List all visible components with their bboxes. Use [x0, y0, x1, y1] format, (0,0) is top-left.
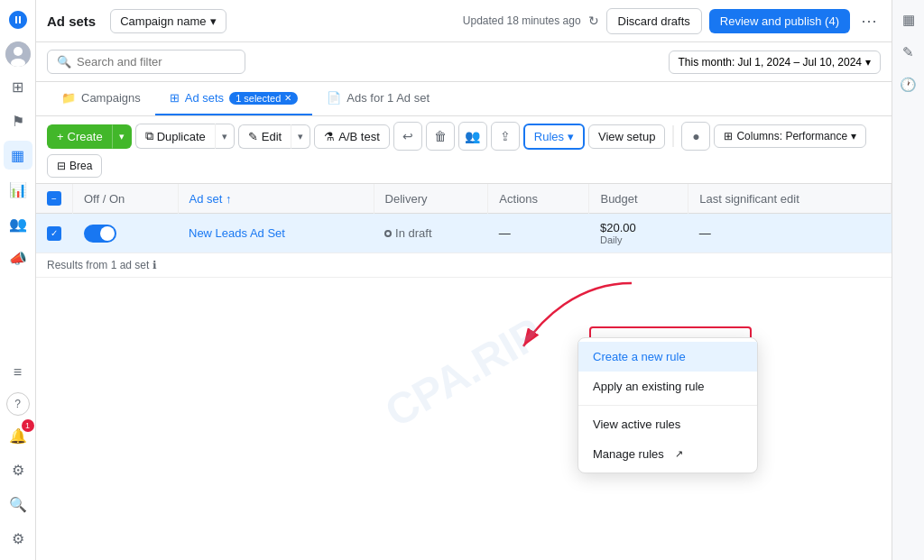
- columns-button[interactable]: ⊞ Columns: Performance ▾: [714, 124, 866, 148]
- select-all-checkbox[interactable]: −: [47, 191, 61, 206]
- menu-divider: [578, 405, 757, 406]
- toggle-knob: [100, 226, 115, 241]
- tab-adsets[interactable]: ⊞ Ad sets 1 selected ✕: [155, 82, 313, 115]
- adsets-icon: ⊞: [170, 91, 180, 105]
- ad-sets-table: − Off / On Ad set ↑ Delivery Actions: [36, 184, 892, 278]
- sidebar-notifications-wrap: 🔔 1: [4, 421, 32, 450]
- header-right: Updated 18 minutes ago ↻ Discard drafts …: [463, 7, 881, 34]
- header-last-edit: Last significant edit: [688, 184, 892, 214]
- toolbar: + Create ▾ ⧉ Duplicate ▾ ✎ Edit ▾ ⚗ A/B …: [36, 116, 892, 184]
- edit-arrow[interactable]: ▾: [291, 124, 310, 149]
- plus-icon: +: [57, 130, 64, 143]
- info-icon: ℹ: [152, 259, 157, 271]
- campaign-dropdown-value: Campaign name: [120, 14, 206, 28]
- edit-button[interactable]: ✎ Edit: [238, 124, 291, 149]
- header-delivery: Delivery: [374, 184, 488, 214]
- ads-tab-label: Ads for 1 Ad set: [346, 91, 430, 105]
- row-name-cell: New Leads Ad Set: [178, 214, 374, 253]
- campaigns-tab-label: Campaigns: [81, 91, 141, 105]
- right-pencil-icon[interactable]: ✎: [896, 40, 921, 65]
- view-active-rules-item[interactable]: View active rules: [578, 409, 757, 439]
- date-range-arrow-icon: ▾: [865, 56, 871, 69]
- sidebar-item-menu[interactable]: ≡: [4, 358, 32, 387]
- folder-icon: 📁: [61, 91, 76, 105]
- create-rule-item[interactable]: Create a new rule: [578, 342, 757, 372]
- adsets-badge: 1 selected ✕: [229, 92, 298, 105]
- right-bar-chart-icon[interactable]: ▦: [896, 7, 921, 32]
- create-dropdown-arrow[interactable]: ▾: [112, 124, 132, 149]
- more-options-button[interactable]: ⋯: [857, 7, 881, 34]
- date-range-text: This month: Jul 1, 2024 – Jul 10, 2024: [679, 56, 862, 69]
- notification-badge: 1: [22, 419, 34, 432]
- row-checkbox[interactable]: ✓: [47, 226, 61, 241]
- sidebar-settings-icon[interactable]: ⚙: [4, 455, 32, 484]
- external-link-icon: ↗: [675, 448, 683, 460]
- search-input[interactable]: [77, 55, 236, 69]
- search-bar: 🔍 This month: Jul 1, 2024 – Jul 10, 2024…: [36, 42, 892, 82]
- publish-button[interactable]: Review and publish (4): [709, 9, 850, 33]
- create-button[interactable]: + Create: [47, 124, 112, 149]
- sidebar-item-megaphone[interactable]: 📣: [4, 243, 32, 272]
- budget-note: Daily: [600, 234, 622, 245]
- delete-button[interactable]: 🗑: [426, 122, 455, 151]
- view-setup-button[interactable]: View setup: [588, 124, 665, 149]
- sidebar-search-icon[interactable]: 🔍: [4, 490, 32, 519]
- columns-icon: ⊞: [724, 130, 733, 142]
- rules-button[interactable]: Rules ▾: [523, 124, 585, 150]
- ab-test-button[interactable]: ⚗ A/B test: [314, 124, 390, 149]
- header-actions: Actions: [488, 184, 589, 214]
- budget-amount: $20.00: [600, 221, 636, 234]
- refresh-button[interactable]: ↻: [588, 14, 599, 28]
- break-button[interactable]: ⊟ Brea: [47, 154, 102, 178]
- sidebar-item-chart[interactable]: 📊: [4, 175, 32, 204]
- row-last-edit-cell: —: [688, 214, 892, 253]
- tab-ads[interactable]: 📄 Ads for 1 Ad set: [312, 82, 444, 115]
- tabs-row: 📁 Campaigns ⊞ Ad sets 1 selected ✕ 📄 Ads…: [36, 82, 892, 116]
- create-split-button: + Create ▾: [47, 124, 132, 149]
- sidebar-item-people[interactable]: 👥: [4, 209, 32, 238]
- results-summary-cell: Results from 1 ad set ℹ: [36, 253, 892, 278]
- date-range-button[interactable]: This month: Jul 1, 2024 – Jul 10, 2024 ▾: [669, 50, 881, 74]
- sidebar-gear-icon[interactable]: ⚙: [4, 524, 32, 553]
- sidebar-item-help[interactable]: ?: [6, 392, 30, 416]
- app-logo: [5, 7, 31, 32]
- tab-campaigns[interactable]: 📁 Campaigns: [47, 82, 155, 115]
- manage-rules-item[interactable]: Manage rules ↗: [578, 439, 757, 469]
- left-sidebar: ⊞ ⚑ ▦ 📊 👥 📣 ≡ ? 🔔 1 ⚙ 🔍 ⚙: [0, 0, 36, 560]
- ad-set-name-link[interactable]: New Leads Ad Set: [189, 226, 285, 240]
- share-button[interactable]: ⇪: [491, 122, 520, 151]
- page-title: Ad sets: [47, 14, 96, 29]
- toolbar-divider: [672, 125, 674, 147]
- header-ad-set[interactable]: Ad set ↑: [178, 184, 374, 214]
- rules-dropdown-menu: Create a new rule Apply an existing rule…: [578, 337, 758, 473]
- campaign-dropdown[interactable]: Campaign name ▾: [110, 9, 226, 33]
- sidebar-item-home[interactable]: ⊞: [4, 72, 32, 101]
- discard-button[interactable]: Discard drafts: [606, 8, 702, 34]
- duplicate-arrow[interactable]: ▾: [215, 124, 235, 149]
- search-icon: 🔍: [57, 55, 71, 69]
- badge-close-icon[interactable]: ✕: [284, 93, 291, 103]
- svg-point-1: [14, 47, 23, 56]
- apply-existing-item[interactable]: Apply an existing rule: [578, 372, 757, 401]
- edit-split-button: ✎ Edit ▾: [238, 124, 310, 149]
- main-content: Ad sets Campaign name ▾ Updated 18 minut…: [36, 0, 892, 560]
- duplicate-icon: ⧉: [145, 129, 153, 143]
- table-header: − Off / On Ad set ↑ Delivery Actions: [36, 184, 892, 214]
- undo-button[interactable]: ↩: [393, 122, 422, 151]
- columns-arrow-icon: ▾: [851, 130, 856, 142]
- toggle-icon-button[interactable]: ●: [681, 122, 710, 151]
- sidebar-item-grid[interactable]: ▦: [4, 141, 32, 170]
- row-checkbox-cell: ✓: [36, 214, 73, 253]
- user-avatar[interactable]: [5, 41, 31, 67]
- row-delivery-cell: In draft: [374, 214, 488, 253]
- row-actions-cell: —: [488, 214, 589, 253]
- duplicate-button[interactable]: ⧉ Duplicate: [135, 124, 215, 149]
- right-clock-icon[interactable]: 🕐: [896, 72, 921, 97]
- edit-icon: ✎: [248, 130, 258, 143]
- row-toggle[interactable]: [84, 225, 116, 243]
- ab-test-icon: ⚗: [324, 130, 335, 143]
- people-assign-button[interactable]: 👥: [458, 122, 487, 151]
- results-summary-row: Results from 1 ad set ℹ: [36, 253, 892, 278]
- adsets-tab-label: Ad sets: [185, 91, 224, 105]
- sidebar-item-flag[interactable]: ⚑: [4, 106, 32, 135]
